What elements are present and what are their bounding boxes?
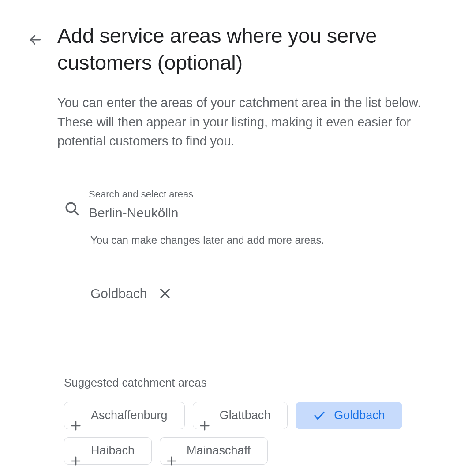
- check-icon: [313, 409, 326, 422]
- suggestion-chip-label: Glattbach: [220, 409, 271, 422]
- suggestion-chip-label: Goldbach: [334, 409, 385, 422]
- suggestion-chip[interactable]: Mainaschaff: [160, 437, 268, 465]
- selected-area: Goldbach: [90, 286, 417, 301]
- suggestion-chip[interactable]: Aschaffenburg: [64, 402, 185, 429]
- close-icon: [158, 286, 172, 301]
- search-label: Search and select areas: [89, 189, 417, 200]
- plus-icon: [70, 420, 82, 435]
- back-button[interactable]: [26, 31, 44, 48]
- plus-icon: [70, 455, 82, 470]
- arrow-left-icon: [28, 33, 42, 47]
- page-description: You can enter the areas of your catchmen…: [57, 93, 437, 151]
- suggestion-chip[interactable]: Glattbach: [193, 402, 288, 429]
- selected-area-label: Goldbach: [90, 286, 147, 301]
- suggestion-chip[interactable]: Haibach: [64, 437, 152, 465]
- remove-area-button[interactable]: [158, 286, 172, 301]
- suggestion-chip[interactable]: Goldbach: [296, 402, 402, 429]
- search-hint: You can make changes later and add more …: [90, 234, 417, 246]
- plus-icon: [199, 420, 211, 435]
- svg-line-2: [75, 211, 78, 214]
- search-icon: [64, 201, 80, 224]
- suggestions-title: Suggested catchment areas: [64, 376, 441, 390]
- page-title: Add service areas where you serve custom…: [57, 22, 441, 76]
- suggestion-chip-label: Haibach: [91, 444, 135, 457]
- plus-icon: [165, 455, 178, 470]
- suggestion-chip-label: Mainaschaff: [187, 444, 251, 457]
- suggestion-chip-label: Aschaffenburg: [91, 409, 168, 422]
- suggestion-chips: AschaffenburgGlattbachGoldbachHaibachMai…: [64, 402, 441, 465]
- search-input[interactable]: [89, 205, 417, 220]
